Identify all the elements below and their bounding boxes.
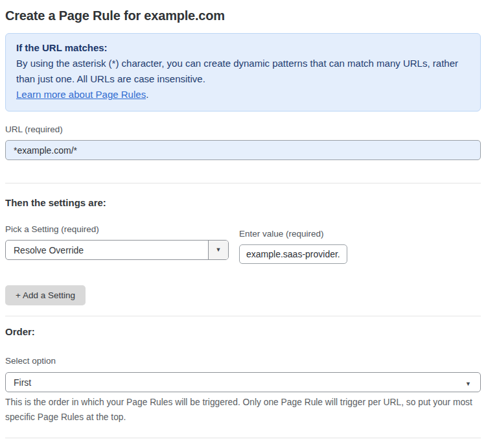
add-setting-button[interactable]: + Add a Setting — [5, 285, 86, 305]
order-select-label: Select option — [5, 356, 481, 366]
setting-dropdown-arrow-button[interactable]: ▼ — [208, 241, 228, 259]
page-title: Create a Page Rule for example.com — [5, 8, 481, 23]
order-section-heading: Order: — [5, 326, 481, 337]
info-box-link-line: Learn more about Page Rules. — [16, 87, 470, 102]
order-dropdown-value: First — [6, 377, 39, 388]
footer-divider — [5, 438, 481, 438]
page-rule-form: Create a Page Rule for example.com If th… — [0, 8, 486, 448]
setting-dropdown-value: Resolve Override — [6, 245, 91, 255]
setting-picker-column: Pick a Setting (required) Resolve Overri… — [5, 224, 229, 260]
link-period: . — [146, 89, 148, 100]
order-dropdown-arrow: ▼ — [456, 377, 480, 388]
url-input[interactable] — [5, 140, 481, 160]
chevron-down-icon: ▼ — [216, 247, 222, 253]
url-match-info-box: If the URL matches: By using the asteris… — [5, 33, 481, 112]
order-help-text: This is the order in which your Page Rul… — [5, 395, 478, 425]
settings-row: Pick a Setting (required) Resolve Overri… — [5, 224, 481, 264]
section-divider — [5, 183, 481, 183]
setting-value-label: Enter value (required) — [239, 229, 347, 239]
learn-more-link[interactable]: Learn more about Page Rules — [16, 89, 146, 100]
setting-value-column: Enter value (required) — [239, 229, 347, 264]
setting-dropdown[interactable]: Resolve Override ▼ — [5, 240, 229, 260]
url-field-label: URL (required) — [5, 124, 481, 134]
setting-value-input[interactable] — [239, 244, 347, 264]
info-box-body: By using the asterisk (*) character, you… — [16, 56, 470, 87]
chevron-down-icon: ▼ — [465, 381, 471, 387]
section-divider — [5, 316, 481, 316]
setting-picker-label: Pick a Setting (required) — [5, 224, 229, 234]
info-box-heading: If the URL matches: — [16, 40, 470, 56]
order-dropdown[interactable]: First ▼ — [5, 372, 481, 392]
settings-section-heading: Then the settings are: — [5, 197, 481, 208]
